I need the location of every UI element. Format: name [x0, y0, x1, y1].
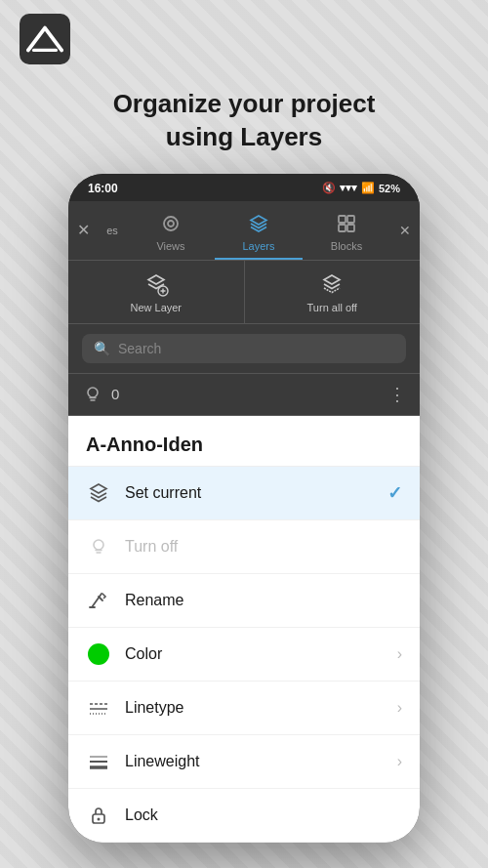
- lock-icon: [86, 803, 111, 828]
- tab-list: Views Layers: [127, 201, 390, 260]
- more-options-icon[interactable]: ⋮: [388, 384, 406, 405]
- status-time: 16:00: [88, 182, 118, 195]
- tab-views[interactable]: Views: [127, 201, 215, 260]
- check-icon: ✓: [387, 482, 402, 504]
- battery-text: 52%: [379, 183, 400, 194]
- linetype-label: Linetype: [125, 699, 397, 717]
- search-bar: 🔍 Search: [68, 324, 420, 374]
- set-current-label: Set current: [125, 484, 387, 502]
- menu-item-lock[interactable]: Lock: [68, 789, 420, 843]
- signal-icon: 📶: [361, 182, 375, 194]
- views-icon: [158, 211, 183, 236]
- app-logo: [20, 14, 70, 64]
- color-dot: [88, 643, 109, 665]
- menu-item-rename[interactable]: Rename: [68, 574, 420, 628]
- turn-off-label: Turn off: [125, 538, 402, 556]
- tab-navigation: ✕ es Views: [68, 201, 420, 261]
- linetype-icon: [86, 695, 111, 721]
- lineweight-label: Lineweight: [125, 753, 397, 770]
- wifi-icon: ▾▾▾: [340, 182, 357, 194]
- sheet-title: A-Anno-Iden: [68, 416, 420, 467]
- search-placeholder: Search: [118, 341, 161, 356]
- search-icon: 🔍: [94, 341, 110, 356]
- layer-zero-row[interactable]: 0 ⋮: [68, 374, 420, 416]
- menu-item-set-current[interactable]: Set current ✓: [68, 467, 420, 520]
- turn-all-off-button[interactable]: Turn all off: [245, 261, 421, 323]
- svg-point-1: [168, 221, 174, 227]
- new-layer-button[interactable]: New Layer: [68, 261, 245, 323]
- mute-icon: 🔇: [322, 182, 336, 194]
- svg-rect-3: [347, 216, 354, 223]
- tab-blocks-label: Blocks: [331, 240, 362, 252]
- svg-point-7: [88, 388, 98, 397]
- lineweight-icon: [86, 749, 111, 774]
- menu-item-lineweight[interactable]: Lineweight ›: [68, 735, 420, 789]
- layers-icon: [246, 211, 271, 236]
- status-bar: 16:00 🔇 ▾▾▾ 📶 52%: [68, 174, 420, 201]
- menu-item-linetype[interactable]: Linetype ›: [68, 682, 420, 735]
- turn-off-icon: [86, 534, 111, 559]
- status-icons: 🔇 ▾▾▾ 📶 52%: [322, 182, 400, 194]
- color-icon: [86, 641, 111, 667]
- tab-layers-label: Layers: [242, 240, 274, 252]
- linetype-arrow-icon: ›: [397, 699, 402, 717]
- blocks-icon: [334, 211, 359, 236]
- turn-all-off-icon: [318, 270, 346, 298]
- rename-icon: [86, 588, 111, 613]
- menu-item-turn-off[interactable]: Turn off: [68, 520, 420, 574]
- menu-item-color[interactable]: Color ›: [68, 628, 420, 682]
- top-bar: [0, 0, 488, 78]
- headline-text: Organize your project using Layers: [39, 88, 449, 154]
- tab-blocks[interactable]: Blocks: [303, 201, 390, 260]
- layer-zero-label: 0: [111, 386, 388, 402]
- color-arrow-icon: ›: [397, 645, 402, 663]
- bottom-sheet: A-Anno-Iden Set current ✓ Turn off: [68, 416, 420, 843]
- phone-mockup: 16:00 🔇 ▾▾▾ 📶 52% ✕ es Views: [68, 174, 420, 843]
- new-layer-label: New Layer: [130, 302, 182, 313]
- tab-side-right: ✕: [390, 201, 420, 260]
- turn-all-off-label: Turn all off: [307, 302, 357, 313]
- tab-layers[interactable]: Layers: [215, 201, 303, 260]
- svg-point-0: [164, 217, 178, 230]
- lock-label: Lock: [125, 806, 402, 824]
- svg-rect-2: [339, 216, 346, 223]
- svg-point-16: [98, 817, 101, 820]
- close-button[interactable]: ✕: [68, 201, 98, 260]
- lineweight-arrow-icon: ›: [397, 753, 402, 770]
- tab-views-label: Views: [156, 240, 184, 252]
- headline-section: Organize your project using Layers: [0, 78, 488, 174]
- rename-label: Rename: [125, 592, 402, 609]
- svg-point-8: [94, 540, 103, 550]
- new-layer-icon: [142, 270, 170, 298]
- bulb-icon: [82, 384, 103, 405]
- svg-rect-5: [347, 225, 354, 231]
- svg-rect-4: [339, 225, 346, 231]
- search-input-wrap[interactable]: 🔍 Search: [82, 334, 406, 363]
- action-row: New Layer Turn all off: [68, 261, 420, 324]
- tab-side-left: es: [98, 201, 127, 260]
- color-label: Color: [125, 645, 397, 663]
- set-current-icon: [86, 480, 111, 506]
